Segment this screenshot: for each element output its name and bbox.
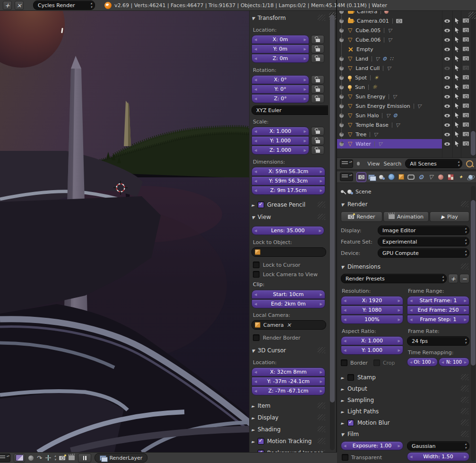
- object-name[interactable]: Camera: [357, 11, 377, 15]
- object-name[interactable]: Empty: [356, 46, 373, 52]
- panel-grip[interactable]: [461, 374, 468, 380]
- outliner-row[interactable]: Cube.006: [337, 35, 476, 44]
- render-toggle[interactable]: [463, 56, 469, 62]
- render-toggle[interactable]: [463, 113, 469, 119]
- panel-grip[interactable]: [461, 431, 468, 437]
- device-dropdown[interactable]: GPU Compute: [378, 248, 469, 258]
- remove-preset-button[interactable]: [459, 274, 469, 283]
- rotation-mode-dropdown[interactable]: XYZ Euler: [251, 105, 328, 115]
- expand-icon[interactable]: [339, 85, 344, 89]
- rotation-y-slider[interactable]: Y: 0°: [251, 85, 309, 94]
- panel-header-view[interactable]: View: [251, 213, 326, 221]
- lock-location-x-button[interactable]: [311, 35, 324, 44]
- object-name[interactable]: Tree: [355, 131, 366, 138]
- outliner-row[interactable]: Land: [337, 54, 476, 63]
- editor-type-button[interactable]: [0, 454, 10, 462]
- panel-header-motion-tracking[interactable]: Motion Tracking: [251, 437, 326, 446]
- search-menu[interactable]: Search: [383, 161, 401, 167]
- lock-to-cursor-checkbox[interactable]: [253, 262, 260, 268]
- search-icon[interactable]: [466, 160, 473, 167]
- pin-icon[interactable]: [341, 190, 344, 193]
- selectability-toggle[interactable]: [455, 122, 459, 129]
- selectability-toggle[interactable]: [455, 94, 459, 101]
- visibility-toggle[interactable]: [444, 113, 450, 119]
- panel-header-render[interactable]: Render: [341, 200, 469, 208]
- lock-scale-y-button[interactable]: [311, 136, 324, 145]
- cursor-z-slider[interactable]: Z: -7m -67.1cm: [251, 386, 325, 395]
- object-name[interactable]: Sun Halo: [355, 113, 379, 119]
- visibility-toggle[interactable]: [444, 37, 450, 43]
- tab-physics[interactable]: [466, 173, 475, 182]
- render-toggle[interactable]: [463, 37, 469, 43]
- properties-scrollbar[interactable]: [471, 186, 476, 461]
- outliner-row[interactable]: Camera: [337, 11, 476, 16]
- viewport-3d[interactable]: [0, 11, 249, 452]
- render-engine-dropdown[interactable]: Cycles Render: [33, 0, 95, 10]
- pause-button[interactable]: [78, 454, 91, 463]
- panel-header-light-paths[interactable]: Light Paths: [341, 407, 469, 415]
- animation-button[interactable]: Animation: [383, 211, 429, 222]
- render-result-icon[interactable]: [59, 456, 65, 460]
- lock-object-field[interactable]: [251, 247, 326, 257]
- lock-scale-x-button[interactable]: [311, 127, 324, 136]
- outliner-row[interactable]: Cube.005: [337, 26, 476, 35]
- lock-camera-to-view-checkbox[interactable]: [253, 271, 260, 278]
- lock-rotation-y-button[interactable]: [311, 85, 324, 94]
- grease-pencil-checkbox[interactable]: [258, 201, 264, 208]
- remap-new-slider[interactable]: N: 100: [439, 358, 469, 367]
- dimension-y-slider[interactable]: Y: 59m 56.3cm: [251, 176, 325, 185]
- tab-material[interactable]: [436, 173, 445, 182]
- render-toggle[interactable]: [463, 122, 469, 128]
- start-frame-slider[interactable]: Start Frame: 1: [407, 296, 469, 305]
- render-toggle[interactable]: [463, 46, 469, 52]
- expand-icon[interactable]: [339, 142, 344, 146]
- tab-world[interactable]: [387, 173, 396, 182]
- expand-icon[interactable]: [339, 66, 344, 70]
- panel-grip[interactable]: [318, 15, 325, 21]
- object-name[interactable]: Land Cull: [355, 65, 380, 71]
- visibility-toggle[interactable]: [444, 46, 450, 52]
- object-name[interactable]: Cube.005: [355, 27, 381, 34]
- selectability-toggle[interactable]: [455, 46, 459, 53]
- exposure-slider[interactable]: Exposure: 1.00: [341, 441, 403, 450]
- render-button[interactable]: Render: [341, 211, 382, 222]
- render-toggle[interactable]: [463, 84, 469, 90]
- stamp-checkbox[interactable]: [347, 374, 354, 381]
- rotation-x-slider[interactable]: X: 0°: [251, 75, 309, 84]
- outliner-row[interactable]: Sun Energy: [337, 92, 476, 101]
- view-menu[interactable]: View: [367, 161, 380, 167]
- dimension-x-slider[interactable]: X: 59m 56.3cm: [251, 167, 325, 176]
- render-toggle[interactable]: [463, 27, 469, 34]
- panel-header-display[interactable]: Display: [251, 413, 326, 422]
- render-border-checkbox[interactable]: [253, 334, 260, 341]
- filter-type-dropdown[interactable]: Gaussian: [407, 441, 469, 451]
- scrollbar-thumb[interactable]: [330, 15, 335, 402]
- panel-grip[interactable]: [318, 201, 325, 208]
- tab-object-data[interactable]: [426, 173, 435, 182]
- visibility-toggle[interactable]: [444, 27, 450, 34]
- lock-rotation-z-button[interactable]: [311, 94, 324, 103]
- panel-header-dimensions[interactable]: Dimensions: [341, 262, 469, 271]
- selectability-toggle[interactable]: [455, 141, 459, 148]
- panel-grip[interactable]: [318, 402, 325, 409]
- motion-blur-checkbox[interactable]: [347, 419, 354, 426]
- panel-header-film[interactable]: Film: [341, 430, 469, 438]
- outliner-scrollbar[interactable]: [471, 12, 476, 157]
- rotation-z-slider[interactable]: Z: 0°: [251, 94, 309, 103]
- frame-step-slider[interactable]: Frame Step: 1: [407, 315, 469, 324]
- aspect-x-slider[interactable]: X: 1.000: [341, 336, 403, 345]
- expand-icon[interactable]: [339, 114, 344, 118]
- visibility-toggle[interactable]: [444, 65, 450, 71]
- render-layer-dropdown[interactable]: RenderLayer: [95, 453, 147, 463]
- outliner-row[interactable]: Sun Energy Emission: [337, 101, 476, 111]
- scrollbar-thumb[interactable]: [471, 131, 476, 156]
- expand-icon[interactable]: [339, 76, 344, 80]
- location-y-slider[interactable]: Y: 0m: [251, 44, 309, 53]
- selectability-toggle[interactable]: [455, 65, 459, 72]
- new-window-button[interactable]: [3, 1, 12, 10]
- crop-checkbox[interactable]: [373, 359, 380, 366]
- snap-icon[interactable]: [45, 455, 51, 461]
- visibility-toggle[interactable]: [444, 141, 450, 147]
- scale-x-slider[interactable]: X: 1.000: [251, 127, 309, 136]
- expand-icon[interactable]: [339, 123, 344, 127]
